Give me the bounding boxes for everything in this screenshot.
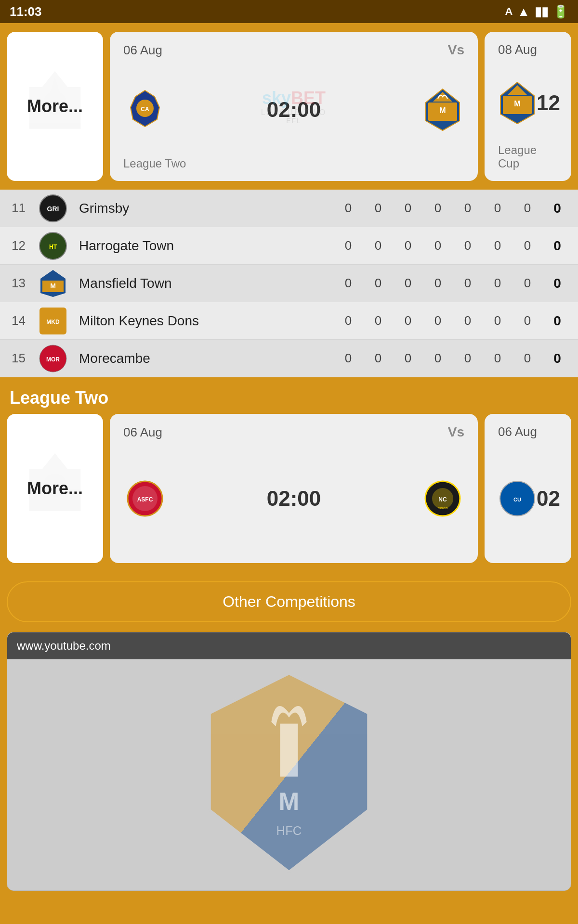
mansfield-crest-2: M bbox=[498, 81, 537, 125]
svg-text:M: M bbox=[439, 106, 446, 115]
row-name-mk-dons: Milton Keynes Dons bbox=[79, 313, 339, 329]
status-time: 11:03 bbox=[10, 4, 42, 19]
mk-dons-badge: MKD bbox=[36, 304, 70, 338]
fixture-2-date: 08 Aug bbox=[498, 42, 537, 57]
fixture-lt-1-date: 06 Aug bbox=[123, 425, 162, 440]
newport-crest: NC exiles bbox=[421, 477, 464, 520]
row-name-grimsby: Grimsby bbox=[79, 201, 339, 216]
row-name-harrogate: Harrogate Town bbox=[79, 238, 339, 254]
row-rank-13: 13 bbox=[12, 276, 36, 291]
a-icon: A bbox=[505, 5, 512, 18]
row-name-mansfield: Mansfield Town bbox=[79, 276, 339, 291]
youtube-crest-bg: M HFC bbox=[183, 669, 395, 881]
top-fixtures-row: More... skyBET LEAGUE TWO EFL 06 Aug Vs … bbox=[0, 23, 578, 190]
fixture-lt-1-header: 06 Aug Vs bbox=[123, 424, 464, 440]
row-rank-15: 15 bbox=[12, 351, 36, 366]
more-label-top: More... bbox=[27, 96, 83, 116]
svg-text:GRI: GRI bbox=[47, 205, 59, 213]
row-rank-12: 12 bbox=[12, 238, 36, 253]
fixture-1-vs: Vs bbox=[448, 42, 464, 58]
fixture-lt-2-body: CU 02 bbox=[498, 444, 558, 552]
wifi-icon: ▲ bbox=[517, 4, 530, 19]
table-row[interactable]: 12 HT Harrogate Town 0 0 0 0 0 0 0 0 bbox=[0, 227, 578, 265]
row-stats-morecambe: 0 0 0 0 0 0 0 0 bbox=[339, 351, 566, 366]
more-card-league-two[interactable]: More... bbox=[7, 414, 103, 563]
signal-icon: ▮▮ bbox=[535, 4, 548, 19]
table-row[interactable]: 13 M Mansfield Town 0 0 0 0 0 0 0 0 bbox=[0, 265, 578, 302]
table-row[interactable]: 14 MKD Milton Keynes Dons 0 0 0 0 0 0 0 … bbox=[0, 302, 578, 340]
svg-text:M: M bbox=[279, 788, 300, 815]
league-two-heading: League Two bbox=[0, 377, 578, 412]
status-bar: 11:03 A ▲ ▮▮ 🔋 bbox=[0, 0, 578, 23]
fixture-card-lt-1[interactable]: 06 Aug Vs ASFC 02:00 NC exiles bbox=[110, 414, 478, 563]
fixture-lt-1-body: ASFC 02:00 NC exiles bbox=[123, 445, 464, 552]
svg-text:CA: CA bbox=[141, 106, 149, 113]
svg-text:MOR: MOR bbox=[46, 356, 60, 363]
youtube-url-bar: www.youtube.com bbox=[7, 632, 571, 659]
status-icons: A ▲ ▮▮ 🔋 bbox=[505, 4, 568, 19]
other-competitions-button[interactable]: Other Competitions bbox=[7, 581, 571, 622]
svg-text:NC: NC bbox=[438, 496, 447, 503]
fixture-1-time: 02:00 bbox=[267, 98, 321, 122]
row-stats-harrogate: 0 0 0 0 0 0 0 0 bbox=[339, 238, 566, 254]
fixture-lt-2-date: 06 Aug bbox=[498, 424, 537, 439]
svg-text:M: M bbox=[514, 100, 520, 108]
svg-text:HFC: HFC bbox=[276, 824, 302, 837]
fixture-card-lt-2[interactable]: 06 Aug CU 02 bbox=[485, 414, 571, 563]
svg-text:CU: CU bbox=[513, 497, 521, 502]
row-rank-11: 11 bbox=[12, 201, 36, 216]
svg-text:exiles: exiles bbox=[438, 506, 447, 510]
youtube-content: M HFC bbox=[7, 659, 571, 890]
fixture-2-competition: League Cup bbox=[498, 143, 558, 170]
crewe-crest: CA bbox=[123, 88, 167, 131]
league-two-fixtures-row: More... 06 Aug Vs ASFC 02:00 NC bbox=[0, 412, 578, 572]
fixture-lt-1-vs: Vs bbox=[448, 424, 464, 440]
svg-text:M: M bbox=[50, 282, 56, 290]
fixture-1-date: 06 Aug bbox=[123, 43, 162, 58]
colchester-crest: CU bbox=[498, 477, 537, 520]
svg-text:MKD: MKD bbox=[46, 319, 60, 325]
row-rank-14: 14 bbox=[12, 313, 36, 328]
row-name-morecambe: Morecambe bbox=[79, 351, 339, 366]
fixture-1-competition: League Two bbox=[123, 157, 464, 170]
league-table: 11 GRI Grimsby 0 0 0 0 0 0 0 0 12 HT Ha bbox=[0, 190, 578, 377]
battery-icon: 🔋 bbox=[553, 4, 568, 19]
svg-text:ASFC: ASFC bbox=[137, 496, 153, 503]
fixture-card-2-body: M 12 bbox=[498, 62, 558, 143]
morecambe-badge: MOR bbox=[36, 341, 70, 376]
fixture-card-1-header: 06 Aug Vs bbox=[123, 42, 464, 58]
fixture-lt-2-header: 06 Aug bbox=[498, 424, 558, 439]
mansfield-crest-top: M bbox=[421, 88, 464, 131]
accrington-crest: ASFC bbox=[123, 477, 167, 520]
table-row[interactable]: 11 GRI Grimsby 0 0 0 0 0 0 0 0 bbox=[0, 190, 578, 227]
youtube-url: www.youtube.com bbox=[17, 639, 111, 652]
grimsby-badge: GRI bbox=[36, 191, 70, 226]
fixture-card-1[interactable]: skyBET LEAGUE TWO EFL 06 Aug Vs CA 02:00 bbox=[110, 32, 478, 181]
table-row[interactable]: 15 MOR Morecambe 0 0 0 0 0 0 0 0 bbox=[0, 340, 578, 377]
more-label-lt: More... bbox=[27, 478, 83, 499]
more-card-top[interactable]: More... bbox=[7, 32, 103, 181]
youtube-section: www.youtube.com M HFC bbox=[7, 632, 571, 891]
row-stats-mansfield: 0 0 0 0 0 0 0 0 bbox=[339, 276, 566, 291]
fixture-lt-1-time: 02:00 bbox=[267, 487, 321, 511]
fixture-card-1-body: CA 02:00 M bbox=[123, 63, 464, 157]
row-stats-grimsby: 0 0 0 0 0 0 0 0 bbox=[339, 201, 566, 216]
svg-rect-27 bbox=[280, 724, 298, 777]
fixture-2-score: 12 bbox=[537, 91, 560, 115]
fixture-lt-2-score: 02 bbox=[537, 487, 560, 511]
mansfield-badge: M bbox=[36, 266, 70, 301]
svg-text:HT: HT bbox=[49, 244, 57, 250]
fixture-card-2[interactable]: 08 Aug M 12 League Cup bbox=[485, 32, 571, 181]
fixture-card-2-header: 08 Aug bbox=[498, 42, 558, 57]
harrogate-badge: HT bbox=[36, 229, 70, 263]
row-stats-mk-dons: 0 0 0 0 0 0 0 0 bbox=[339, 313, 566, 329]
